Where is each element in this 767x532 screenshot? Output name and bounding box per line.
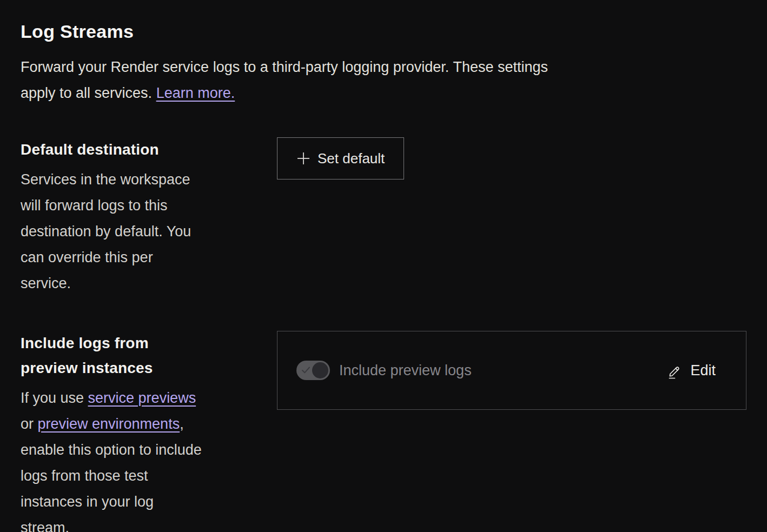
- pencil-icon: [666, 362, 683, 379]
- set-default-button-label: Set default: [318, 150, 385, 167]
- default-destination-content-column: Set default: [277, 137, 746, 179]
- default-destination-description: Services in the workspace will forward l…: [21, 167, 206, 296]
- default-destination-heading: Default destination: [21, 137, 206, 162]
- intro-copy: Forward your Render service logs to a th…: [21, 59, 548, 101]
- default-destination-section: Default destination Services in the work…: [21, 137, 746, 296]
- checkmark-icon: [301, 366, 310, 374]
- log-streams-settings-page: Log Streams Forward your Render service …: [0, 0, 767, 532]
- edit-button-label: Edit: [690, 362, 716, 379]
- include-preview-logs-toggle-group: Include preview logs: [296, 361, 472, 380]
- preview-logs-section: Include logs from preview instances If y…: [21, 331, 746, 532]
- edit-button[interactable]: Edit: [666, 362, 716, 379]
- service-previews-link[interactable]: service previews: [88, 390, 196, 406]
- preview-logs-description-part3: , enable this option to include logs fro…: [21, 416, 202, 532]
- default-destination-label-column: Default destination Services in the work…: [21, 137, 206, 296]
- preview-logs-heading: Include logs from preview instances: [21, 331, 206, 381]
- include-preview-logs-label: Include preview logs: [339, 362, 472, 379]
- preview-logs-panel: Include preview logs Edit: [277, 331, 746, 410]
- preview-logs-description-part2: or: [21, 416, 38, 432]
- learn-more-link[interactable]: Learn more.: [156, 85, 235, 101]
- page-title: Log Streams: [21, 21, 746, 42]
- preview-logs-description: If you use service previews or preview e…: [21, 385, 206, 532]
- preview-environments-link[interactable]: preview environments: [38, 416, 180, 432]
- set-default-button[interactable]: Set default: [277, 137, 404, 179]
- preview-logs-label-column: Include logs from preview instances If y…: [21, 331, 206, 532]
- include-preview-logs-toggle[interactable]: [296, 361, 330, 380]
- preview-logs-description-part1: If you use: [21, 390, 88, 406]
- preview-logs-content-column: Include preview logs Edit: [277, 331, 746, 410]
- plus-icon: [296, 151, 310, 165]
- intro-text: Forward your Render service logs to a th…: [21, 54, 561, 106]
- toggle-knob: [312, 362, 328, 378]
